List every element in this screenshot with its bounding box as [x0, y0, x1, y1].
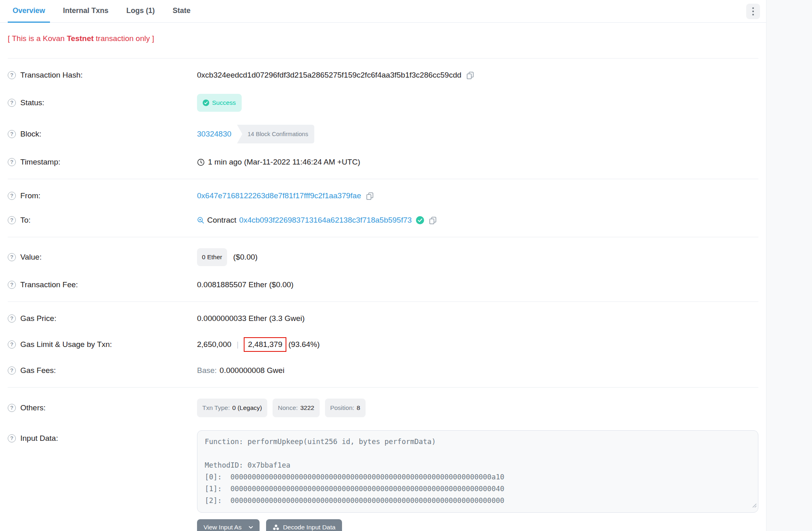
timestamp-label: Timestamp: — [8, 156, 197, 168]
more-options-button[interactable] — [746, 4, 760, 19]
block-number-link[interactable]: 30324830 — [197, 128, 232, 140]
gas-used-percent: (93.64%) — [288, 339, 320, 350]
txn-type-badge: Txn Type: 0 (Legacy) — [197, 399, 267, 417]
transaction-fee-value: 0.0081885507 Ether ($0.00) — [197, 279, 294, 290]
help-icon[interactable] — [8, 158, 16, 166]
input-data-row: Input Data: Function: performUpkeep(uint… — [8, 424, 758, 531]
status-row: Status: Success — [8, 87, 758, 118]
value-row: Value: 0 Ether ($0.00) — [8, 242, 758, 273]
value-usd: ($0.00) — [233, 251, 258, 263]
gas-fees-label: Gas Fees: — [8, 365, 197, 376]
transaction-page: Overview Internal Txns Logs (1) State [ … — [0, 0, 812, 531]
copy-from-address-button[interactable] — [366, 192, 374, 200]
verified-check-icon — [416, 216, 424, 224]
decode-icon — [273, 524, 279, 531]
help-icon[interactable] — [8, 434, 16, 442]
decode-input-data-button[interactable]: Decode Input Data — [266, 519, 342, 531]
from-address-link[interactable]: 0x647e7168122263d8e7f81f17fff9c2f1aa379f… — [197, 190, 361, 202]
contract-verified-badge — [416, 216, 424, 224]
timestamp-row: Timestamp: 1 min ago (Mar-11-2022 11:46:… — [8, 150, 758, 174]
divider — [8, 179, 758, 179]
gas-limit-usage-label: Gas Limit & Usage by Txn: — [8, 339, 197, 350]
tabs: Overview Internal Txns Logs (1) State — [8, 0, 204, 23]
nonce-badge: Nonce: 3222 — [273, 399, 320, 417]
to-contract-word: Contract — [207, 215, 236, 226]
check-circle-icon — [203, 100, 209, 106]
help-icon[interactable] — [8, 71, 16, 79]
block-row: Block: 30324830 14 Block Confirmations — [8, 118, 758, 150]
chevron-down-icon — [249, 526, 253, 529]
kebab-icon — [752, 7, 754, 9]
tab-internal-txns[interactable]: Internal Txns — [58, 0, 113, 23]
tab-logs[interactable]: Logs (1) — [121, 0, 160, 23]
testnet-notice-bold: Testnet — [67, 34, 93, 43]
to-label: To: — [8, 215, 197, 226]
view-input-as-button[interactable]: View Input As — [197, 519, 260, 531]
divider — [8, 301, 758, 302]
others-label: Others: — [8, 402, 197, 414]
help-icon[interactable] — [8, 99, 16, 107]
testnet-notice-prefix: [ This is a Kovan — [8, 34, 67, 43]
help-icon[interactable] — [8, 366, 16, 375]
transaction-hash-row: Transaction Hash: 0xcb324eedcd1d07296fdf… — [8, 63, 758, 87]
timestamp-value: 1 min ago (Mar-11-2022 11:46:24 AM +UTC) — [208, 156, 360, 168]
input-data-textarea[interactable]: Function: performUpkeep(uint256 id, byte… — [197, 430, 758, 513]
input-data-actions: View Input As Decode Input Data — [197, 519, 758, 531]
block-confirmations-badge: 14 Block Confirmations — [237, 125, 314, 143]
copy-icon — [366, 192, 374, 200]
divider — [8, 58, 758, 59]
help-icon[interactable] — [8, 404, 16, 412]
from-label: From: — [8, 190, 197, 202]
tab-overview[interactable]: Overview — [8, 0, 50, 23]
value-amount-badge: 0 Ether — [197, 248, 227, 266]
tab-state[interactable]: State — [168, 0, 195, 23]
transaction-overview-card: Overview Internal Txns Logs (1) State [ … — [0, 0, 767, 531]
testnet-notice-suffix: transaction only ] — [94, 34, 154, 43]
gas-used-highlight-box: 2,481,379 — [244, 337, 286, 352]
help-icon[interactable] — [8, 314, 16, 323]
position-badge: Position: 8 — [325, 399, 366, 417]
copy-hash-button[interactable] — [466, 72, 474, 79]
divider — [8, 387, 758, 388]
input-data-label: Input Data: — [8, 430, 197, 444]
gas-limit-usage-row: Gas Limit & Usage by Txn: 2,650,000 | 2,… — [8, 331, 758, 358]
divider — [8, 237, 758, 237]
help-icon[interactable] — [8, 281, 16, 289]
gas-separator: | — [237, 339, 239, 350]
transaction-hash-label: Transaction Hash: — [8, 69, 197, 81]
gas-price-label: Gas Price: — [8, 313, 197, 324]
from-row: From: 0x647e7168122263d8e7f81f17fff9c2f1… — [8, 184, 758, 208]
gas-fees-base-value: 0.000000008 Gwei — [220, 365, 285, 376]
gas-price-value: 0.0000000033 Ether (3.3 Gwei) — [197, 313, 305, 324]
gas-fees-row: Gas Fees: Base: 0.000000008 Gwei — [8, 358, 758, 383]
input-data-content: Function: performUpkeep(uint256 id, byte… — [205, 436, 751, 507]
to-row: To: Contract 0x4cb093f226983713164a62138… — [8, 208, 758, 232]
tab-bar: Overview Internal Txns Logs (1) State — [0, 0, 766, 23]
testnet-notice: [ This is a Kovan Testnet transaction on… — [8, 23, 758, 54]
clock-icon — [197, 158, 205, 166]
block-label: Block: — [8, 128, 197, 140]
copy-icon — [429, 217, 437, 224]
help-icon[interactable] — [8, 216, 16, 224]
others-row: Others: Txn Type: 0 (Legacy) Nonce: 3222… — [8, 392, 758, 424]
gas-limit-value: 2,650,000 — [197, 339, 232, 350]
transaction-hash-value: 0xcb324eedcd1d07296fdf3d215a2865275f159c… — [197, 69, 461, 81]
help-icon[interactable] — [8, 192, 16, 200]
zoom-in-icon[interactable] — [197, 217, 204, 224]
gas-price-row: Gas Price: 0.0000000033 Ether (3.3 Gwei) — [8, 306, 758, 331]
help-icon[interactable] — [8, 253, 16, 261]
status-badge: Success — [197, 94, 242, 112]
status-label: Status: — [8, 97, 197, 108]
transaction-fee-row: Transaction Fee: 0.0081885507 Ether ($0.… — [8, 273, 758, 297]
resize-handle[interactable] — [751, 500, 757, 511]
gas-fees-base-label: Base: — [197, 365, 217, 376]
help-icon[interactable] — [8, 340, 16, 349]
help-icon[interactable] — [8, 130, 16, 138]
copy-icon — [466, 72, 474, 79]
value-label: Value: — [8, 251, 197, 263]
transaction-fee-label: Transaction Fee: — [8, 279, 197, 290]
copy-to-address-button[interactable] — [429, 217, 437, 224]
to-address-link[interactable]: 0x4cb093f226983713164a62138c3f718a5b595f… — [239, 215, 412, 226]
